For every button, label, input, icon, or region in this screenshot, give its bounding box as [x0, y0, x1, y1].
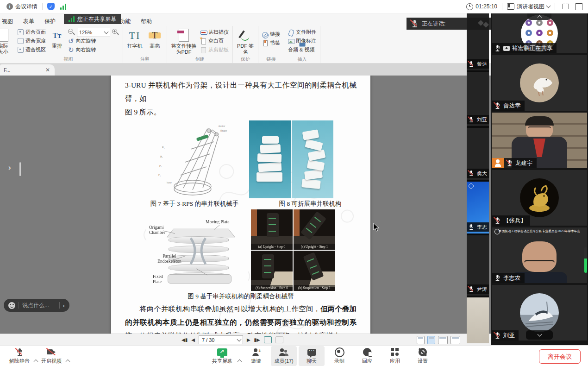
strip-tile[interactable]: 尹涛	[467, 235, 489, 297]
highlight-button[interactable]: T 高亮	[146, 28, 163, 56]
apps-grid-icon	[391, 348, 399, 356]
prev-page-button[interactable]: ◀	[191, 337, 195, 342]
pdf-sign-button[interactable]: PDF 签名	[237, 28, 254, 56]
collapse-sidebar-chevron[interactable]	[527, 13, 551, 20]
zoom-in-icon[interactable]	[112, 29, 119, 36]
reflow-button[interactable]: Tт 重排	[50, 28, 64, 56]
figure9-photo-caption-2: (b) Suspension - Step 0	[251, 285, 293, 291]
rotate-left-button[interactable]: ↺向左旋转	[68, 37, 119, 45]
window-mode-icon[interactable]	[575, 3, 582, 10]
share-options-chevron[interactable]	[238, 360, 242, 364]
reactions-button[interactable]: 回应	[354, 346, 380, 366]
svg-text:finger: finger	[220, 129, 227, 132]
previous-view-button[interactable]	[264, 336, 272, 343]
scroll-participants-down-chevron[interactable]	[526, 330, 553, 340]
svg-text:P₁: P₁	[159, 164, 162, 167]
participant-badge: 龙建宇	[504, 158, 537, 168]
from-scanner-button[interactable]: 从扫描仪	[200, 28, 229, 36]
network-signal-icon[interactable]	[60, 4, 66, 10]
strip-tile[interactable]: 李志	[467, 182, 489, 235]
facing-layout-button[interactable]	[438, 336, 448, 344]
bookmark-button[interactable]: 书签	[262, 39, 280, 47]
file-attachment-button[interactable]: 文件附件	[288, 28, 316, 36]
security-shield-icon[interactable]: ✓	[47, 3, 55, 10]
fullscreen-icon[interactable]	[563, 4, 569, 9]
strip-scrollbar[interactable]	[19, 162, 21, 176]
strip-tile[interactable]: 刘亚	[467, 72, 489, 128]
strip-tile[interactable]	[467, 297, 489, 343]
muted-mic-icon	[411, 20, 418, 27]
pdf-tabbar: F... ✕	[0, 63, 491, 76]
participant-tile[interactable]: 曾达幸	[492, 55, 587, 111]
apps-button[interactable]: 应用	[382, 346, 408, 366]
participant-tile[interactable]: 刘亚	[492, 285, 587, 341]
svg-text:F₁: F₁	[158, 174, 161, 177]
single-page-layout-button[interactable]	[417, 336, 425, 344]
participant-badge: 曾达幸	[492, 101, 525, 111]
svg-text:motor: motor	[219, 125, 225, 127]
audio-options-chevron[interactable]	[34, 360, 38, 364]
blank-page-button[interactable]: 空白页	[200, 37, 229, 45]
record-button[interactable]: 录制	[326, 346, 352, 366]
zoom-level-dropdown[interactable]: 125%	[77, 28, 110, 37]
participant-tile[interactable]: 中国振动工程学会动态信号分析专业委员会2023年学术年会 李志农	[492, 227, 587, 283]
expand-strip-chevron-icon[interactable]: ›	[8, 163, 11, 172]
leave-meeting-button[interactable]: 离开会议	[539, 349, 581, 364]
link-button[interactable]: 链接	[262, 30, 280, 38]
video-options-chevron[interactable]	[66, 360, 70, 364]
chevron-down-icon[interactable]	[237, 337, 241, 342]
participant-tile[interactable]: 褚宏鹏正在共享	[492, 13, 587, 53]
fit-visible-button[interactable]: 适合视区	[18, 46, 46, 54]
quick-chat-bar[interactable]: 说点什么... ‹	[4, 299, 69, 312]
actual-size-button[interactable]: 实际大小	[0, 28, 10, 56]
menu-help[interactable]: 帮助	[141, 18, 152, 25]
share-screen-button[interactable]: 共享屏幕	[209, 346, 235, 366]
typewriter-button[interactable]: TI 打字机	[127, 28, 143, 56]
next-page-button[interactable]: ▶	[247, 337, 250, 342]
chat-button[interactable]: 聊天	[299, 346, 325, 366]
fit-visible-icon	[18, 47, 24, 53]
page-number-box[interactable]	[199, 335, 243, 344]
chat-input-placeholder[interactable]: 说点什么...	[22, 302, 49, 309]
ribbon-group-insert: 插入	[284, 56, 320, 63]
document-tab[interactable]: F... ✕	[0, 64, 55, 76]
continuous-facing-layout-button[interactable]	[450, 336, 460, 344]
close-tab-icon[interactable]: ✕	[45, 67, 50, 73]
convert-icon	[179, 29, 189, 42]
meeting-details-button[interactable]: 会议详情	[15, 3, 38, 11]
first-page-button[interactable]: ◀▮	[181, 337, 188, 342]
last-page-button[interactable]: ▮▶	[254, 337, 260, 342]
menu-protect[interactable]: 保护	[44, 18, 56, 25]
svg-text:base: base	[167, 181, 172, 184]
meeting-toolbar: 解除静音 开启视频 共享屏幕 + 邀请 成员(17) 聊天 录制	[0, 345, 588, 366]
collapse-left-icon[interactable]: ‹	[63, 302, 65, 309]
zoom-out-icon[interactable]	[68, 29, 75, 36]
convert-to-pdf-button[interactable]: 将文件转换为PDF	[171, 28, 197, 56]
fit-width-button[interactable]: 适合宽度	[18, 37, 46, 45]
invite-button[interactable]: + 邀请	[243, 346, 269, 366]
page-number-input[interactable]	[201, 337, 231, 343]
typewriter-icon: TI	[129, 32, 141, 38]
menu-view[interactable]: 视图	[2, 18, 13, 25]
start-video-button[interactable]: 开启视频	[38, 346, 64, 366]
members-button[interactable]: 成员(17)	[271, 346, 297, 366]
fit-page-button[interactable]: 适合页面	[18, 28, 46, 36]
audio-video-button[interactable]: 音频 & 视频	[288, 46, 316, 54]
view-layout-icon	[507, 3, 514, 10]
emoji-icon[interactable]	[8, 302, 15, 309]
view-mode-selector[interactable]: 演讲者视图	[517, 3, 544, 11]
unmute-button[interactable]: 解除静音	[6, 346, 32, 366]
invite-person-icon: +	[252, 348, 260, 356]
muted-mic-icon	[16, 348, 23, 356]
rotate-right-button[interactable]: ↻向右旋转	[68, 46, 119, 54]
menu-form[interactable]: 表单	[23, 18, 34, 25]
participant-tile[interactable]: 龙建宇	[492, 113, 587, 168]
rotate-right-icon: ↻	[68, 47, 74, 53]
chevron-down-icon[interactable]	[546, 4, 551, 8]
continuous-layout-button[interactable]	[427, 336, 435, 344]
settings-button[interactable]: 设置	[410, 346, 436, 366]
participant-tile[interactable]: 【张兵】	[492, 170, 587, 226]
strip-tile[interactable]: 樊大	[467, 128, 489, 182]
pdf-document-area[interactable]: 3-URU 并联机构作为骨架，设计出一种具有大工作空间的刚柔耦合机械臂，如图 9…	[0, 76, 491, 334]
divider	[502, 3, 502, 10]
